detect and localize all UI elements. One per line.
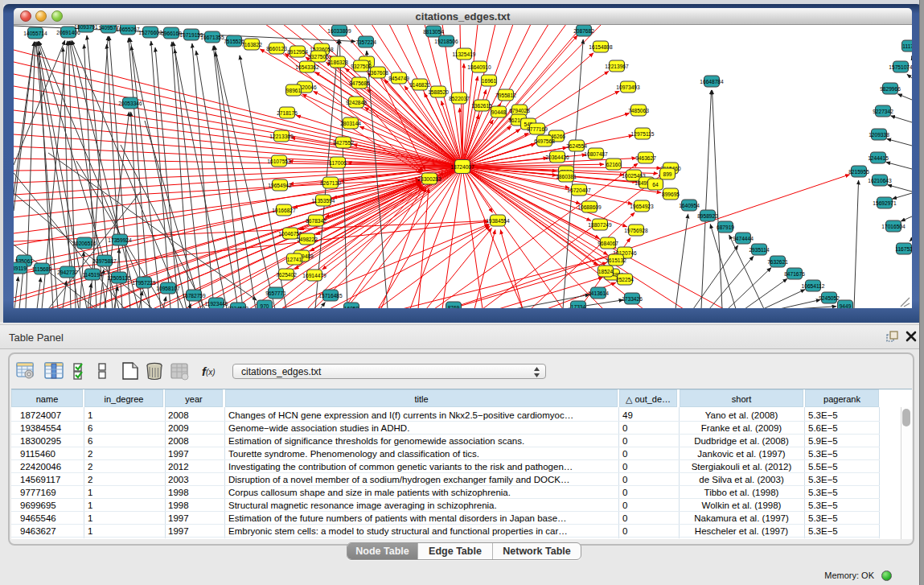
svg-text:8522037: 8522037 bbox=[449, 96, 470, 101]
svg-text:252254: 252254 bbox=[616, 277, 634, 282]
svg-text:20691406: 20691406 bbox=[56, 30, 80, 35]
svg-text:2942737: 2942737 bbox=[57, 270, 78, 275]
svg-text:10688609: 10688609 bbox=[577, 204, 602, 210]
svg-text:23300283: 23300283 bbox=[417, 176, 441, 182]
svg-text:8427552: 8427552 bbox=[333, 140, 354, 146]
svg-text:11172: 11172 bbox=[902, 43, 912, 49]
svg-text:17334: 17334 bbox=[571, 304, 586, 308]
svg-text:9227342: 9227342 bbox=[873, 109, 893, 114]
svg-text:1860381: 1860381 bbox=[556, 174, 577, 179]
svg-text:8660123: 8660123 bbox=[266, 46, 287, 51]
svg-text:16648784: 16648784 bbox=[700, 79, 724, 84]
svg-text:8958923: 8958923 bbox=[697, 213, 718, 219]
svg-text:12975115: 12975115 bbox=[631, 131, 655, 137]
svg-text:8454749: 8454749 bbox=[388, 76, 409, 81]
svg-text:9242848: 9242848 bbox=[346, 100, 367, 105]
svg-text:18524: 18524 bbox=[598, 269, 614, 274]
svg-text:23975887: 23975887 bbox=[92, 258, 117, 264]
svg-text:8186328: 8186328 bbox=[327, 60, 348, 65]
svg-text:19756928: 19756928 bbox=[624, 228, 648, 233]
svg-text:9327508: 9327508 bbox=[351, 64, 372, 69]
svg-text:16210643: 16210643 bbox=[868, 178, 892, 183]
svg-text:1588520: 1588520 bbox=[428, 89, 449, 95]
svg-text:17016504: 17016504 bbox=[881, 224, 906, 229]
svg-text:19384554: 19384554 bbox=[486, 218, 510, 224]
svg-text:2718176: 2718176 bbox=[277, 110, 298, 116]
svg-text:8813054: 8813054 bbox=[423, 29, 444, 35]
svg-text:20364436: 20364436 bbox=[545, 154, 569, 160]
svg-text:12741: 12741 bbox=[287, 257, 302, 262]
svg-text:970: 970 bbox=[260, 303, 269, 308]
svg-text:8769: 8769 bbox=[448, 305, 460, 308]
svg-text:17957225: 17957225 bbox=[132, 280, 156, 286]
svg-text:15716485: 15716485 bbox=[318, 293, 343, 299]
svg-text:14055714: 14055714 bbox=[23, 31, 47, 36]
svg-text:8471676: 8471676 bbox=[784, 271, 805, 277]
svg-text:2803144: 2803144 bbox=[340, 121, 361, 126]
svg-text:11353594: 11353594 bbox=[312, 198, 335, 204]
svg-text:2087682: 2087682 bbox=[573, 28, 594, 34]
svg-text:1145194: 1145194 bbox=[82, 272, 103, 278]
svg-text:16914479: 16914479 bbox=[302, 273, 326, 278]
svg-text:17359924: 17359924 bbox=[108, 237, 132, 243]
svg-text:16961: 16961 bbox=[482, 78, 497, 84]
svg-text:16671355: 16671355 bbox=[200, 35, 224, 40]
svg-text:6497568: 6497568 bbox=[534, 138, 555, 144]
svg-text:9463627: 9463627 bbox=[635, 155, 656, 161]
svg-text:(x): (x) bbox=[206, 368, 216, 377]
svg-text:899: 899 bbox=[663, 171, 671, 177]
svg-text:15720407: 15720407 bbox=[567, 187, 591, 193]
svg-text:16154808: 16154808 bbox=[589, 44, 613, 50]
svg-text:1362615: 1362615 bbox=[471, 103, 492, 109]
svg-text:6966160: 6966160 bbox=[161, 31, 182, 36]
svg-text:12213967: 12213967 bbox=[605, 64, 629, 69]
svg-text:899695: 899695 bbox=[662, 192, 680, 197]
svg-text:20053346: 20053346 bbox=[118, 101, 142, 106]
svg-text:9245052: 9245052 bbox=[819, 295, 840, 301]
svg-text:7632621: 7632621 bbox=[767, 259, 788, 265]
svg-text:1733426: 1733426 bbox=[622, 296, 643, 302]
svg-text:10046755: 10046755 bbox=[278, 231, 302, 237]
svg-text:7625402: 7625402 bbox=[276, 272, 297, 278]
svg-text:19654923: 19654923 bbox=[630, 204, 654, 209]
svg-text:16782759: 16782759 bbox=[182, 293, 206, 299]
svg-text:16107553: 16107553 bbox=[267, 159, 291, 164]
svg-text:9829966: 9829966 bbox=[880, 86, 901, 92]
svg-text:62160: 62160 bbox=[606, 162, 622, 167]
svg-text:12213369: 12213369 bbox=[269, 134, 294, 139]
svg-text:15692971: 15692971 bbox=[873, 200, 897, 206]
svg-text:16543362: 16543362 bbox=[295, 64, 319, 70]
svg-text:7485063: 7485063 bbox=[628, 108, 649, 113]
svg-text:116753: 116753 bbox=[895, 246, 912, 252]
svg-text:12505135: 12505135 bbox=[107, 275, 131, 281]
svg-text:8678342: 8678342 bbox=[306, 218, 326, 224]
svg-text:19218506: 19218506 bbox=[434, 39, 458, 44]
svg-text:2935114: 2935114 bbox=[749, 247, 770, 253]
svg-text:16033809: 16033809 bbox=[327, 28, 351, 34]
svg-text:20206516: 20206516 bbox=[72, 241, 97, 246]
svg-text:15751074: 15751074 bbox=[889, 64, 912, 70]
svg-text:18807249: 18807249 bbox=[588, 222, 612, 228]
svg-text:10807487: 10807487 bbox=[584, 151, 608, 157]
svg-text:8912954: 8912954 bbox=[287, 49, 308, 55]
svg-text:5498222: 5498222 bbox=[297, 237, 318, 242]
svg-text:9684067: 9684067 bbox=[598, 241, 618, 246]
svg-text:9449: 9449 bbox=[840, 303, 852, 308]
svg-text:64: 64 bbox=[652, 182, 659, 187]
svg-text:11325419: 11325419 bbox=[453, 51, 476, 57]
svg-text:9474444: 9474444 bbox=[733, 236, 754, 241]
svg-text:11923446: 11923446 bbox=[205, 301, 228, 307]
svg-text:10958107: 10958107 bbox=[156, 286, 180, 291]
svg-text:9777169: 9777169 bbox=[527, 126, 548, 132]
svg-text:1115689: 1115689 bbox=[32, 266, 52, 272]
svg-text:15276602: 15276602 bbox=[138, 30, 162, 35]
svg-text:18093791: 18093791 bbox=[74, 25, 98, 30]
svg-text:39119: 39119 bbox=[14, 266, 27, 271]
svg-text:1209338: 1209338 bbox=[869, 132, 889, 138]
svg-text:18640910: 18640910 bbox=[467, 64, 491, 70]
svg-text:8215955: 8215955 bbox=[848, 169, 869, 175]
svg-text:10655267: 10655267 bbox=[116, 27, 140, 32]
svg-text:3624554: 3624554 bbox=[566, 143, 587, 149]
svg-text:90448: 90448 bbox=[491, 109, 507, 115]
svg-text:2367608: 2367608 bbox=[368, 70, 388, 76]
